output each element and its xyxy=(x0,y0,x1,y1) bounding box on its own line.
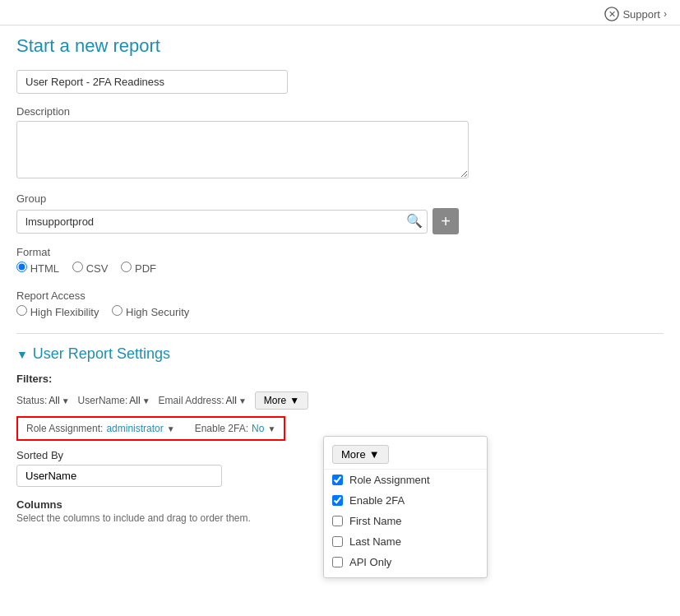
more-caret-icon: ▼ xyxy=(289,395,299,406)
dropdown-checkbox-firstname[interactable] xyxy=(332,516,343,526)
description-label: Description xyxy=(16,105,664,118)
format-html-radio[interactable] xyxy=(16,262,27,272)
filter-role-value: administrator xyxy=(106,423,163,434)
report-access-group: Report Access High Flexibility High Secu… xyxy=(16,289,664,322)
filter-username-value: All xyxy=(129,395,140,406)
filter-2fa[interactable]: Enable 2FA: No ▼ xyxy=(195,423,276,434)
group-input-wrapper: 🔍 xyxy=(16,210,428,234)
filter-username-label: UserName: xyxy=(78,395,128,406)
format-csv-radio[interactable] xyxy=(72,262,83,272)
filter-2fa-label: Enable 2FA: xyxy=(195,423,248,434)
dropdown-item-last-name[interactable]: Last Name xyxy=(324,531,487,552)
dropdown-more-caret: ▼ xyxy=(369,448,380,461)
dropdown-item-2fa-label: Enable 2FA xyxy=(349,494,405,507)
access-high-security-radio[interactable] xyxy=(112,305,123,316)
dropdown-more-label: More xyxy=(341,448,366,461)
group-input[interactable] xyxy=(16,210,428,234)
filter-username[interactable]: UserName: All ▼ xyxy=(78,395,150,406)
filter-row-2-container: Role Assignment: administrator ▼ Enable … xyxy=(16,416,285,441)
format-csv-label[interactable]: CSV xyxy=(72,262,108,275)
dropdown-checkbox-apionly[interactable] xyxy=(332,557,343,567)
dropdown-item-apionly-label: API Only xyxy=(349,556,391,568)
support-icon: ✕ xyxy=(604,7,619,21)
description-input[interactable] xyxy=(16,121,469,178)
filter-role-label: Role Assignment: xyxy=(26,423,103,434)
filter-role-caret: ▼ xyxy=(167,424,175,433)
more-label: More xyxy=(264,395,286,406)
filter-email-value: All xyxy=(226,395,237,406)
group-search-button[interactable]: 🔍 xyxy=(406,215,423,228)
report-access-label: Report Access xyxy=(16,289,664,302)
support-label: Support xyxy=(622,8,660,21)
format-csv-text: CSV xyxy=(86,262,109,275)
format-html-text: HTML xyxy=(30,262,59,275)
dropdown-item-role-label: Role Assignment xyxy=(349,474,430,486)
filter-email-label: Email Address: xyxy=(159,395,224,406)
section-title-text: User Report Settings xyxy=(33,345,170,363)
top-bar: ✕ Support › xyxy=(0,0,680,25)
filter-2fa-value: No xyxy=(252,423,264,434)
svg-text:✕: ✕ xyxy=(608,9,616,19)
more-filters-button[interactable]: More ▼ xyxy=(255,391,308,410)
dropdown-item-lastname-label: Last Name xyxy=(349,535,401,548)
filter-2fa-caret: ▼ xyxy=(267,424,275,433)
chevron-right-icon: › xyxy=(664,8,667,20)
group-group: Group 🔍 + xyxy=(16,192,664,234)
format-html-label[interactable]: HTML xyxy=(16,262,59,275)
group-label: Group xyxy=(16,192,664,205)
dropdown-item-firstname-label: First Name xyxy=(349,515,402,527)
group-row: 🔍 + xyxy=(16,208,664,234)
access-radio-group: High Flexibility High Security xyxy=(16,305,664,322)
dropdown-item-api-only[interactable]: API Only xyxy=(324,552,487,572)
filter-role[interactable]: Role Assignment: administrator ▼ xyxy=(26,423,175,434)
filter-status-value: All xyxy=(49,395,59,406)
section-caret-icon: ▼ xyxy=(16,348,28,361)
format-pdf-radio[interactable] xyxy=(121,262,132,272)
page-title: Start a new report xyxy=(16,35,664,57)
dropdown-item-role-assignment[interactable]: Role Assignment xyxy=(324,470,487,490)
access-high-flexibility-radio[interactable] xyxy=(16,305,27,316)
dropdown-header: More ▼ xyxy=(324,442,487,470)
filter-row-1: Status: All ▼ UserName: All ▼ Email Addr… xyxy=(16,391,664,410)
more-dropdown: More ▼ Role Assignment Enable 2FA First … xyxy=(323,436,488,578)
format-radio-group: HTML CSV PDF xyxy=(16,262,664,278)
access-high-security-label[interactable]: High Security xyxy=(112,305,189,318)
filters-label: Filters: xyxy=(16,373,664,385)
description-group: Description xyxy=(16,105,664,181)
dropdown-item-first-name[interactable]: First Name xyxy=(324,511,487,531)
plus-icon: + xyxy=(441,213,451,229)
format-pdf-label[interactable]: PDF xyxy=(121,262,156,275)
dropdown-checkbox-role[interactable] xyxy=(332,475,343,485)
format-label: Format xyxy=(16,246,664,258)
format-group: Format HTML CSV PDF xyxy=(16,246,664,278)
access-high-security-text: High Security xyxy=(126,306,189,318)
support-link[interactable]: ✕ Support › xyxy=(604,7,667,21)
filter-status-caret: ▼ xyxy=(62,396,70,405)
access-high-flexibility-text: High Flexibility xyxy=(30,306,99,318)
sorted-by-input[interactable] xyxy=(16,465,222,487)
access-high-flexibility-label[interactable]: High Flexibility xyxy=(16,305,99,318)
filter-status-label: Status: xyxy=(16,395,47,406)
search-icon: 🔍 xyxy=(406,214,423,228)
report-name-input[interactable] xyxy=(16,70,288,94)
format-pdf-text: PDF xyxy=(135,262,156,275)
report-name-group xyxy=(16,70,664,94)
filter-status[interactable]: Status: All ▼ xyxy=(16,395,70,406)
dropdown-more-button[interactable]: More ▼ xyxy=(332,445,389,464)
filter-email-caret: ▼ xyxy=(238,396,247,405)
dropdown-checkbox-lastname[interactable] xyxy=(332,536,343,547)
user-report-settings-section: ▼ User Report Settings xyxy=(16,333,664,363)
dropdown-checkbox-2fa[interactable] xyxy=(332,495,343,506)
filter-email[interactable]: Email Address: All ▼ xyxy=(159,395,247,406)
filter-username-caret: ▼ xyxy=(142,396,150,405)
add-group-button[interactable]: + xyxy=(433,208,459,234)
dropdown-item-enable-2fa[interactable]: Enable 2FA xyxy=(324,490,487,511)
